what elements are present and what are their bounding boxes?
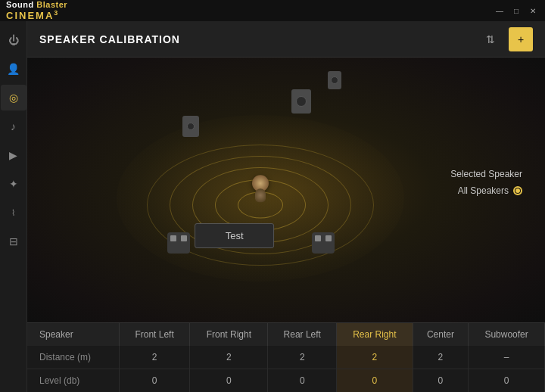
table-row-level: Level (db) 0 0 0 0 0 0 (27, 369, 545, 393)
test-button-container: Test (195, 223, 275, 248)
sidebar-item-power[interactable]: ⏻ (1, 27, 26, 53)
minimize-button[interactable]: — (494, 5, 506, 16)
radio-dot-all-speakers (513, 186, 522, 195)
sidebar-item-settings[interactable]: ⊟ (1, 229, 26, 254)
power-icon: ⏻ (8, 34, 19, 46)
speaker-box-rear-right (312, 232, 335, 254)
speaker-port-2 (181, 235, 187, 241)
voice-icon: ⌇ (11, 208, 15, 218)
app-logo: Sound Blaster CINEMA3 (6, 0, 67, 21)
settings-icon: ⊟ (9, 235, 18, 247)
speaker-table: Speaker Front Left Front Right Rear Left… (27, 323, 545, 392)
speaker-box-front-right (291, 89, 311, 114)
col-header-rear-right: Rear Right (336, 323, 413, 346)
col-header-speaker: Speaker (27, 323, 120, 346)
eq-button[interactable]: ⇅ (478, 27, 503, 51)
speaker-port-3 (315, 235, 321, 241)
listener-body (255, 188, 266, 202)
profile-icon: 👤 (7, 63, 20, 75)
level-subwoofer: 0 (469, 369, 545, 393)
speaker-table-area: Speaker Front Left Front Right Rear Left… (27, 322, 545, 392)
level-rear-left: 0 (268, 369, 337, 393)
header-buttons: ⇅ + (478, 27, 533, 51)
speaker-box-center (328, 71, 341, 89)
distance-subwoofer: – (469, 346, 545, 369)
sidebar-item-film[interactable]: ▶ (1, 142, 26, 168)
page-title: SPEAKER CALIBRATION (39, 33, 180, 45)
level-center: 0 (413, 369, 468, 393)
speaker-rear-right[interactable] (312, 232, 335, 254)
row-label-level: Level (db) (27, 369, 120, 393)
calibration-icon: ◎ (9, 92, 18, 104)
level-rear-right: 0 (336, 369, 413, 393)
rings-container (132, 129, 389, 281)
distance-rear-right: 2 (336, 346, 413, 369)
effects-icon: ✦ (9, 178, 18, 190)
titlebar: Sound Blaster CINEMA3 — □ ✕ (0, 0, 545, 21)
level-front-left: 0 (120, 369, 190, 393)
table-header-row: Speaker Front Left Front Right Rear Left… (27, 323, 545, 346)
sidebar-item-effects[interactable]: ✦ (1, 171, 26, 197)
distance-rear-left: 2 (268, 346, 337, 369)
speaker-front-left[interactable] (182, 116, 199, 137)
distance-front-right: 2 (190, 346, 268, 369)
visualization-area: Test Selected Speaker All Speakers (27, 58, 545, 322)
col-header-subwoofer: Subwoofer (469, 323, 545, 346)
sidebar-item-profile[interactable]: 👤 (1, 56, 26, 82)
selected-speaker-label: Selected Speaker (450, 169, 522, 179)
add-icon: + (518, 33, 524, 45)
distance-front-left: 2 (120, 346, 190, 369)
maximize-button[interactable]: □ (510, 5, 522, 16)
all-speakers-label: All Speakers (458, 185, 509, 196)
sidebar-item-calibration[interactable]: ◎ (1, 85, 26, 110)
sidebar-item-voice[interactable]: ⌇ (1, 200, 26, 226)
add-button[interactable]: + (509, 27, 533, 51)
speaker-panel: Selected Speaker All Speakers (450, 169, 522, 196)
listener-figure (252, 175, 269, 202)
col-header-front-left: Front Left (120, 323, 190, 346)
test-button[interactable]: Test (195, 223, 275, 248)
all-speakers-radio[interactable]: All Speakers (450, 185, 522, 196)
content-area: SPEAKER CALIBRATION ⇅ + (27, 21, 545, 392)
sidebar-item-music[interactable]: ♪ (1, 114, 26, 139)
level-front-right: 0 (190, 369, 268, 393)
table-row-distance: Distance (m) 2 2 2 2 2 – (27, 346, 545, 369)
row-label-distance: Distance (m) (27, 346, 120, 369)
col-header-rear-left: Rear Left (268, 323, 337, 346)
window-controls: — □ ✕ (494, 5, 539, 16)
film-icon: ▶ (9, 149, 17, 161)
sidebar: ⏻ 👤 ◎ ♪ ▶ ✦ ⌇ ⊟ (0, 21, 27, 392)
main-layout: ⏻ 👤 ◎ ♪ ▶ ✦ ⌇ ⊟ SPEAKER CALIBRATION (0, 21, 545, 392)
speaker-port (170, 235, 176, 241)
speaker-port-4 (325, 235, 332, 241)
page-header: SPEAKER CALIBRATION ⇅ + (27, 21, 545, 58)
col-header-center: Center (413, 323, 468, 346)
speaker-center[interactable] (328, 71, 341, 89)
col-header-front-right: Front Right (190, 323, 268, 346)
speaker-rear-left[interactable] (167, 232, 190, 254)
speaker-front-right[interactable] (291, 89, 311, 114)
speaker-box-front-left (182, 116, 199, 137)
distance-center: 2 (413, 346, 468, 369)
music-icon: ♪ (11, 120, 16, 132)
eq-icon: ⇅ (486, 33, 495, 45)
close-button[interactable]: ✕ (527, 5, 539, 16)
speaker-box-rear-left (167, 232, 190, 254)
